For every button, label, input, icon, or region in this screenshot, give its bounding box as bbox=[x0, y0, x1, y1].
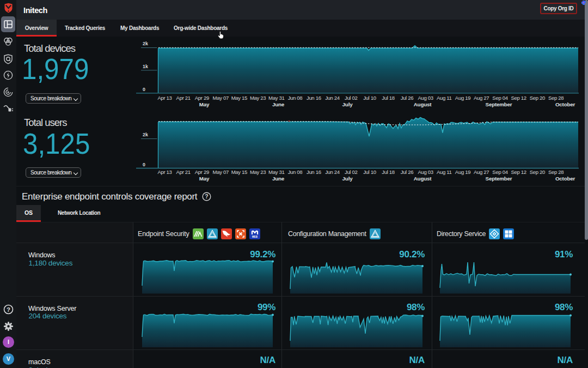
svg-text:May: May bbox=[199, 176, 210, 182]
svg-text:Apr 21: Apr 21 bbox=[176, 169, 191, 175]
svg-text:0: 0 bbox=[143, 87, 145, 92]
svg-text:May 15: May 15 bbox=[231, 169, 247, 175]
svg-text:Jul 10: Jul 10 bbox=[363, 95, 376, 101]
svg-text:Jun 24: Jun 24 bbox=[325, 169, 340, 175]
svg-text:N/A: N/A bbox=[260, 355, 275, 365]
svg-text:Apr 29: Apr 29 bbox=[195, 95, 209, 101]
svg-text:July: July bbox=[342, 101, 353, 107]
svg-text:2k: 2k bbox=[143, 132, 148, 137]
svg-text:October: October bbox=[555, 101, 575, 107]
svg-text:September: September bbox=[486, 176, 512, 182]
svg-text:September: September bbox=[486, 101, 512, 107]
svg-text:99%: 99% bbox=[258, 302, 275, 312]
svg-text:July: July bbox=[342, 176, 353, 182]
svg-text:Aug 19: Aug 19 bbox=[455, 95, 470, 101]
svg-text:Sep 28: Sep 28 bbox=[548, 169, 564, 175]
svg-text:Aug 19: Aug 19 bbox=[455, 169, 470, 175]
svg-text:Jun 08: Jun 08 bbox=[288, 169, 303, 175]
svg-text:Aug 27: Aug 27 bbox=[474, 95, 489, 101]
svg-text:May 23: May 23 bbox=[250, 95, 266, 101]
svg-text:91%: 91% bbox=[555, 249, 573, 260]
svg-text:N/A: N/A bbox=[558, 355, 573, 365]
svg-text:Sep 04: Sep 04 bbox=[492, 95, 508, 101]
svg-text:May 31: May 31 bbox=[268, 95, 284, 101]
svg-text:May 31: May 31 bbox=[268, 169, 284, 175]
svg-text:Sep 28: Sep 28 bbox=[548, 95, 564, 101]
svg-text:98%: 98% bbox=[555, 302, 573, 312]
svg-text:May 07: May 07 bbox=[213, 169, 229, 175]
svg-text:Jul 02: Jul 02 bbox=[345, 95, 358, 101]
svg-text:August: August bbox=[414, 101, 432, 107]
svg-text:June: June bbox=[272, 101, 285, 107]
svg-text:Sep 12: Sep 12 bbox=[511, 169, 526, 175]
svg-text:Jul 26: Jul 26 bbox=[401, 95, 414, 101]
svg-text:Apr 13: Apr 13 bbox=[157, 169, 171, 175]
svg-text:2k: 2k bbox=[143, 41, 148, 46]
svg-text:Jul 18: Jul 18 bbox=[382, 95, 395, 101]
svg-text:Sep 04: Sep 04 bbox=[492, 169, 508, 175]
svg-text:May 15: May 15 bbox=[231, 95, 247, 101]
svg-text:Jul 26: Jul 26 bbox=[401, 169, 414, 175]
svg-text:May 07: May 07 bbox=[213, 95, 229, 101]
svg-text:Aug 03: Aug 03 bbox=[418, 95, 433, 101]
svg-text:May 23: May 23 bbox=[250, 169, 266, 175]
svg-text:Sep 20: Sep 20 bbox=[530, 169, 545, 175]
svg-text:October: October bbox=[555, 176, 575, 182]
svg-text:May: May bbox=[199, 101, 210, 107]
svg-text:Apr 21: Apr 21 bbox=[176, 95, 191, 101]
svg-text:Apr 29: Apr 29 bbox=[195, 169, 209, 175]
svg-text:98%: 98% bbox=[407, 302, 425, 312]
svg-text:Jun 24: Jun 24 bbox=[325, 95, 340, 101]
svg-text:99.2%: 99.2% bbox=[250, 249, 275, 260]
svg-text:Jun 16: Jun 16 bbox=[307, 169, 321, 175]
svg-text:Apr 13: Apr 13 bbox=[157, 95, 171, 101]
svg-text:Aug 11: Aug 11 bbox=[437, 169, 452, 175]
svg-text:Aug 03: Aug 03 bbox=[418, 169, 433, 175]
svg-text:Sep 20: Sep 20 bbox=[530, 95, 545, 101]
svg-text:Aug 27: Aug 27 bbox=[474, 169, 489, 175]
svg-text:N/A: N/A bbox=[409, 355, 425, 365]
svg-text:Jun 16: Jun 16 bbox=[307, 95, 321, 101]
svg-text:August: August bbox=[414, 176, 432, 182]
svg-text:June: June bbox=[272, 176, 285, 182]
svg-text:1k: 1k bbox=[143, 64, 148, 69]
svg-text:Jul 02: Jul 02 bbox=[345, 169, 358, 175]
svg-text:0: 0 bbox=[143, 162, 145, 167]
svg-text:Jul 18: Jul 18 bbox=[382, 169, 395, 175]
svg-text:Jun 08: Jun 08 bbox=[288, 95, 303, 101]
svg-text:Aug 11: Aug 11 bbox=[437, 95, 452, 101]
svg-text:Sep 12: Sep 12 bbox=[511, 95, 526, 101]
svg-text:?: ? bbox=[7, 306, 10, 313]
svg-text:90.2%: 90.2% bbox=[399, 249, 425, 260]
svg-text:Jul 10: Jul 10 bbox=[363, 169, 376, 175]
